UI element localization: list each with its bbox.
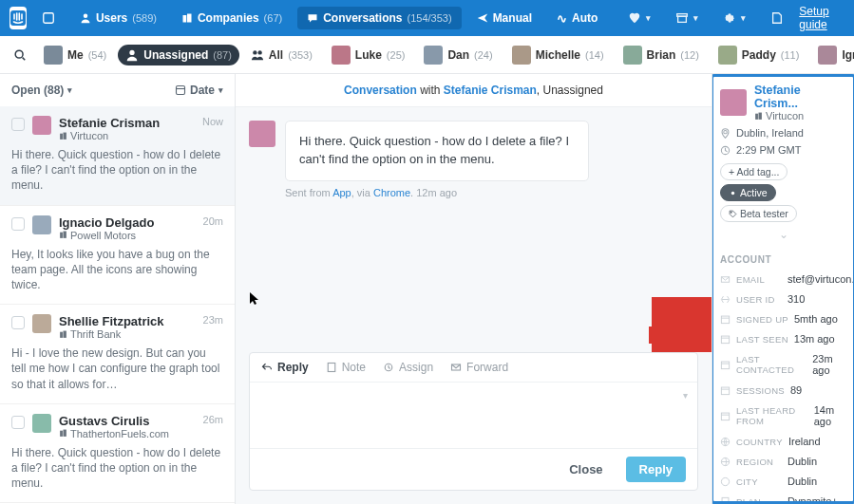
archive-icon[interactable]: ▾ bbox=[666, 7, 708, 29]
svg-line-12 bbox=[23, 57, 26, 60]
svg-rect-22 bbox=[64, 232, 66, 238]
nav-companies[interactable]: Companies (67) bbox=[172, 7, 292, 29]
account-row: REGIONDublin bbox=[720, 456, 846, 467]
account-row: SIGNED UP5mth ago bbox=[720, 313, 846, 325]
account-row: LAST SEEN13m ago bbox=[720, 333, 846, 345]
nav-manual[interactable]: Manual bbox=[467, 7, 541, 29]
message-bubble: Hi there. Quick question - how do I dele… bbox=[285, 121, 589, 181]
svg-rect-10 bbox=[678, 16, 687, 22]
filter-person[interactable]: Michelle(14) bbox=[504, 42, 612, 68]
account-row: EMAILstef@virtucon.io bbox=[720, 273, 846, 285]
filter-person[interactable]: Dan(24) bbox=[416, 42, 500, 68]
svg-rect-42 bbox=[721, 336, 729, 344]
conversation-header: Conversation with Stefanie Crisman, Unas… bbox=[236, 74, 712, 107]
nav-conversations-count: (154/353) bbox=[408, 12, 452, 24]
account-row: LAST HEARD FROM14m ago bbox=[720, 404, 846, 427]
cursor-icon bbox=[250, 292, 259, 306]
svg-rect-48 bbox=[721, 413, 729, 420]
nav-users[interactable]: Users (589) bbox=[70, 7, 166, 29]
svg-rect-23 bbox=[60, 331, 63, 337]
conversation-item[interactable]: Gustavs Cirulis ThathertonFuels.com 26m … bbox=[0, 404, 235, 504]
account-row: LAST CONTACTED23m ago bbox=[720, 353, 846, 376]
svg-rect-44 bbox=[721, 362, 729, 369]
heart-icon[interactable]: ▾ bbox=[618, 7, 660, 29]
tag-chip[interactable]: Beta tester bbox=[720, 205, 797, 222]
account-row: USER ID310 bbox=[720, 293, 846, 305]
account-row: SESSIONS89 bbox=[720, 384, 846, 396]
list-open-dropdown[interactable]: Open (88) ▾ bbox=[11, 84, 72, 97]
svg-rect-24 bbox=[64, 330, 66, 337]
user-profile-sidebar: Stefanie Crism... Virtucon Dublin, Irela… bbox=[712, 74, 854, 504]
svg-rect-17 bbox=[176, 86, 184, 95]
account-row: PLANDynamite+ bbox=[720, 495, 846, 504]
forward-tab[interactable]: Forward bbox=[450, 361, 508, 374]
conversation-checkbox[interactable] bbox=[11, 416, 25, 429]
svg-rect-53 bbox=[722, 497, 729, 504]
svg-rect-25 bbox=[60, 431, 63, 437]
svg-rect-33 bbox=[755, 113, 758, 119]
nav-companies-count: (67) bbox=[264, 12, 283, 24]
svg-point-6 bbox=[84, 14, 88, 19]
svg-rect-40 bbox=[721, 316, 729, 324]
svg-point-11 bbox=[15, 50, 23, 58]
nav-app-icon[interactable] bbox=[32, 7, 65, 29]
expand-chevron-icon[interactable]: ⌄ bbox=[777, 228, 790, 241]
nav-auto-label: Auto bbox=[572, 11, 598, 25]
top-nav: Users (589) Companies (67) Conversations… bbox=[0, 0, 854, 36]
svg-point-35 bbox=[724, 130, 727, 133]
svg-point-13 bbox=[130, 49, 135, 54]
list-sort-dropdown[interactable]: Date ▾ bbox=[175, 84, 223, 97]
active-chip[interactable]: Active bbox=[720, 184, 776, 201]
filter-person[interactable]: Paddy(11) bbox=[711, 42, 807, 68]
account-section-heading: ACCOUNT bbox=[720, 254, 846, 265]
close-button[interactable]: Close bbox=[556, 457, 616, 482]
svg-point-38 bbox=[731, 212, 731, 213]
assignee-filter-bar: Me(54) Unassigned(87) All(353) Luke(25) … bbox=[0, 36, 854, 74]
reply-tab[interactable]: Reply bbox=[261, 361, 309, 374]
conversation-item[interactable]: Shellie Fitzpatrick Thrift Bank 23m Hi -… bbox=[0, 305, 235, 404]
note-tab[interactable]: Note bbox=[326, 361, 366, 374]
account-row: COUNTRYIreland bbox=[720, 436, 846, 447]
nav-conversations-label: Conversations bbox=[323, 11, 402, 25]
filter-person[interactable]: Ignacio(10) bbox=[810, 42, 854, 68]
svg-rect-7 bbox=[182, 15, 186, 23]
message-meta: Sent from App, via Chrome. 12m ago bbox=[285, 187, 698, 198]
conversation-item[interactable]: Ignacio Delgado Powell Motors 20m Hey, I… bbox=[0, 206, 235, 306]
reply-composer: Reply Note Assign Forward ▾ Close Reply bbox=[249, 352, 698, 491]
filter-unassigned[interactable]: Unassigned(87) bbox=[118, 45, 239, 65]
svg-point-52 bbox=[721, 477, 729, 485]
nav-users-count: (589) bbox=[132, 12, 157, 24]
svg-rect-19 bbox=[60, 133, 63, 139]
reply-button[interactable]: Reply bbox=[626, 457, 686, 482]
search-icon[interactable] bbox=[8, 43, 32, 67]
conversation-checkbox[interactable] bbox=[11, 118, 25, 131]
gear-icon[interactable]: ▾ bbox=[713, 7, 755, 29]
conversation-panel: Conversation with Stefanie Crisman, Unas… bbox=[236, 74, 712, 504]
profile-name[interactable]: Stefanie Crism... bbox=[754, 84, 846, 110]
svg-rect-46 bbox=[721, 387, 729, 395]
svg-rect-5 bbox=[44, 13, 54, 24]
setup-guide-link[interactable]: Setup guide bbox=[799, 5, 845, 31]
svg-point-37 bbox=[731, 191, 734, 194]
chevron-down-icon[interactable]: ▾ bbox=[683, 390, 688, 401]
guide-icon[interactable] bbox=[761, 7, 793, 29]
filter-person[interactable]: Luke(25) bbox=[324, 42, 413, 68]
intercom-logo[interactable] bbox=[9, 7, 27, 29]
svg-rect-30 bbox=[328, 364, 335, 372]
svg-rect-8 bbox=[187, 14, 192, 23]
nav-conversations[interactable]: Conversations (154/353) bbox=[297, 7, 461, 29]
filter-all[interactable]: All(353) bbox=[243, 45, 320, 65]
conversation-checkbox[interactable] bbox=[11, 316, 25, 329]
conversation-list: Open (88) ▾ Date ▾ Stefanie Crisman Virt… bbox=[0, 74, 236, 504]
nav-users-label: Users bbox=[96, 11, 127, 25]
filter-me[interactable]: Me(54) bbox=[36, 42, 114, 68]
reply-textarea[interactable] bbox=[259, 390, 688, 438]
svg-point-14 bbox=[253, 50, 256, 54]
conversation-item[interactable]: Stefanie Crisman Virtucon Now Hi there. … bbox=[0, 106, 235, 206]
assign-tab[interactable]: Assign bbox=[383, 361, 433, 374]
nav-auto[interactable]: ∿ Auto bbox=[547, 7, 607, 30]
svg-point-15 bbox=[257, 50, 261, 54]
conversation-checkbox[interactable] bbox=[11, 217, 25, 231]
add-tag-chip[interactable]: + Add tag... bbox=[720, 163, 788, 180]
filter-person[interactable]: Brian(12) bbox=[616, 42, 707, 68]
